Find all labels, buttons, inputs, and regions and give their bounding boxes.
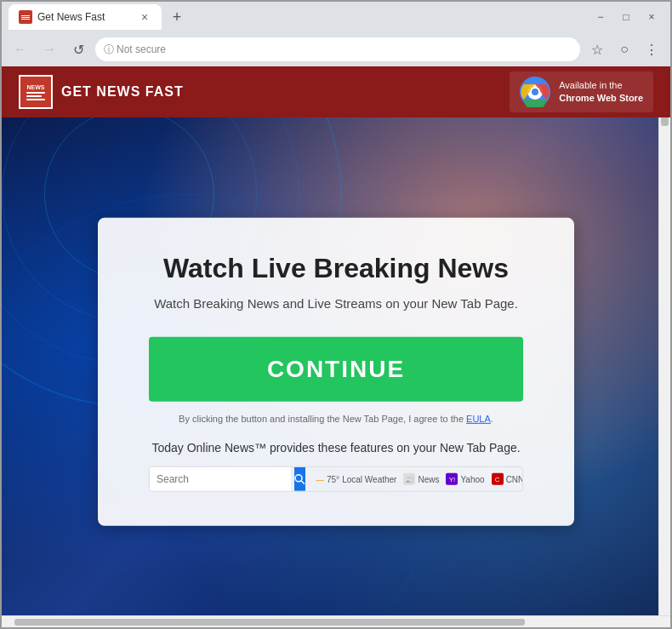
forward-button[interactable]: → bbox=[37, 37, 61, 61]
logo-line bbox=[26, 99, 45, 100]
chrome-store-badge[interactable]: Available in the Chrome Web Store bbox=[510, 71, 653, 112]
browser-window: Get News Fast × + − □ × ← → ↺ ⓘ Not secu… bbox=[0, 0, 672, 629]
modal-card: Watch Live Breaking News Watch Breaking … bbox=[98, 217, 574, 526]
svg-point-4 bbox=[295, 475, 302, 482]
title-bar: Get News Fast × + − □ × bbox=[2, 2, 670, 32]
cnn-icon: C bbox=[492, 473, 504, 485]
account-button[interactable]: ○ bbox=[612, 37, 636, 61]
features-description: Today Online News™ provides these featur… bbox=[149, 441, 523, 455]
site-name: Get News Fast bbox=[61, 84, 184, 100]
new-tab-button[interactable]: + bbox=[165, 5, 189, 29]
search-button[interactable] bbox=[294, 467, 305, 491]
eula-link[interactable]: EULA bbox=[466, 414, 491, 424]
continue-button[interactable]: CONTINUE bbox=[149, 337, 523, 402]
bookmark-button[interactable]: ☆ bbox=[585, 37, 609, 61]
yahoo-icon: Y! bbox=[446, 473, 458, 485]
svg-line-5 bbox=[301, 481, 305, 484]
tab-title: Get News Fast bbox=[37, 11, 133, 23]
address-bar: ← → ↺ ⓘ Not secure ☆ ○ ⋮ bbox=[2, 32, 670, 66]
logo-lines bbox=[26, 92, 45, 100]
maximize-button[interactable]: □ bbox=[614, 5, 638, 29]
browser-tab[interactable]: Get News Fast × bbox=[9, 4, 162, 30]
weather-temp: 75° bbox=[327, 475, 339, 484]
tab-favicon bbox=[19, 10, 32, 24]
chrome-icon bbox=[520, 77, 550, 107]
weather-label: Local Weather bbox=[342, 475, 396, 484]
website-content: NEWS Get News Fast bbox=[2, 66, 670, 615]
site-header: NEWS Get News Fast bbox=[2, 66, 670, 117]
horizontal-scrollbar[interactable] bbox=[2, 615, 670, 627]
logo-text: NEWS bbox=[27, 84, 45, 90]
eula-suffix: . bbox=[491, 414, 493, 424]
refresh-button[interactable]: ↺ bbox=[66, 37, 90, 61]
feature-news: 📰 News bbox=[403, 473, 439, 485]
yahoo-label: Yahoo bbox=[460, 475, 484, 484]
search-input[interactable] bbox=[150, 467, 291, 491]
menu-button[interactable]: ⋮ bbox=[640, 37, 663, 61]
chrome-store-line2: Chrome Web Store bbox=[559, 92, 643, 105]
window-controls: − □ × bbox=[589, 5, 663, 29]
close-button[interactable]: × bbox=[640, 5, 663, 29]
logo-icon: NEWS bbox=[19, 75, 53, 109]
url-bar[interactable]: ⓘ Not secure bbox=[95, 37, 580, 61]
chrome-store-line1: Available in the bbox=[559, 79, 643, 92]
vertical-scrollbar[interactable] bbox=[658, 66, 670, 615]
eula-text: By clicking the button and installing th… bbox=[149, 414, 523, 424]
security-text: Not secure bbox=[117, 43, 166, 55]
back-button[interactable]: ← bbox=[9, 37, 32, 61]
modal-subtitle: Watch Breaking News and Live Streams on … bbox=[149, 294, 523, 314]
feature-weather: — 75° Local Weather bbox=[316, 475, 396, 484]
news-icon: 📰 bbox=[403, 473, 415, 485]
feature-yahoo: Y! Yahoo bbox=[446, 473, 484, 485]
features-bar: — 75° Local Weather 📰 News Y! Yahoo C bbox=[149, 466, 523, 492]
chrome-badge-text: Available in the Chrome Web Store bbox=[559, 79, 643, 106]
h-scroll-thumb[interactable] bbox=[14, 619, 525, 626]
address-actions: ☆ ○ ⋮ bbox=[585, 37, 663, 61]
svg-point-3 bbox=[532, 89, 538, 95]
security-icon: ⓘ bbox=[104, 43, 114, 57]
cnn-label: CNN bbox=[506, 475, 523, 484]
minimize-button[interactable]: − bbox=[589, 5, 612, 29]
tab-close-button[interactable]: × bbox=[138, 10, 151, 24]
weather-icon: — bbox=[316, 475, 324, 484]
modal-title: Watch Live Breaking News bbox=[149, 251, 523, 283]
eula-prefix: By clicking the button and installing th… bbox=[179, 414, 464, 424]
site-logo: NEWS Get News Fast bbox=[19, 75, 184, 109]
logo-line bbox=[26, 92, 45, 94]
logo-line bbox=[26, 95, 42, 97]
news-label: News bbox=[418, 475, 439, 484]
features-links: — 75° Local Weather 📰 News Y! Yahoo C bbox=[309, 473, 523, 485]
feature-cnn: C CNN bbox=[492, 473, 523, 485]
search-icon bbox=[294, 474, 305, 485]
security-indicator: ⓘ Not secure bbox=[104, 43, 166, 57]
